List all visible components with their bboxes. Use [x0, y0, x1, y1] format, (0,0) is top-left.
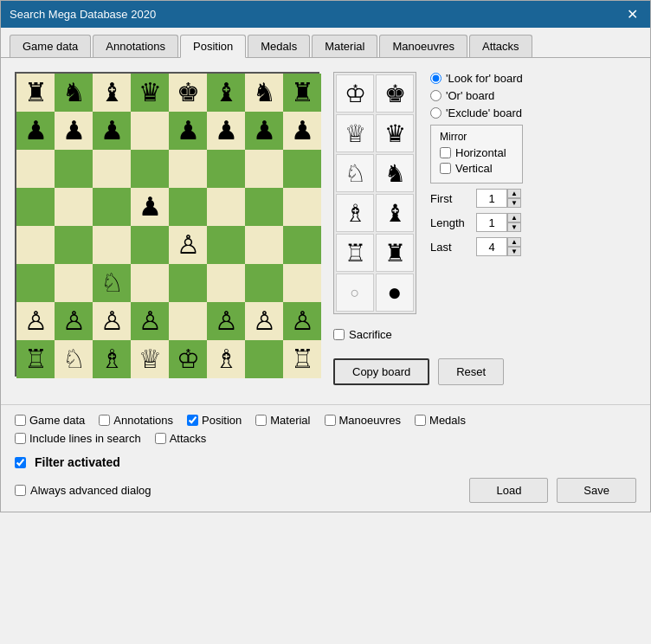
board-cell-r7-c6[interactable] [245, 340, 283, 378]
board-cell-r2-c6[interactable] [245, 150, 283, 188]
board-cell-r6-c5[interactable]: ♙ [207, 302, 245, 340]
board-cell-r0-c7[interactable]: ♜ [283, 74, 321, 112]
board-cell-r4-c2[interactable] [93, 226, 131, 264]
tab-attacks[interactable]: Attacks [469, 35, 532, 57]
board-cell-r1-c4[interactable]: ♟ [169, 112, 207, 150]
board-cell-r7-c1[interactable]: ♘ [55, 340, 93, 378]
board-cell-r5-c2[interactable]: ♘ [93, 264, 131, 302]
board-cell-r1-c6[interactable]: ♟ [245, 112, 283, 150]
board-cell-r5-c4[interactable] [169, 264, 207, 302]
save-button[interactable]: Save [557, 478, 636, 503]
board-cell-r0-c5[interactable]: ♝ [207, 74, 245, 112]
board-cell-r2-c7[interactable] [283, 150, 321, 188]
board-cell-r5-c5[interactable] [207, 264, 245, 302]
sacrifice-checkbox[interactable] [333, 329, 345, 340]
manoeuvres-check-item[interactable]: Manoeuvres [325, 414, 402, 427]
copy-board-button[interactable]: Copy board [333, 358, 429, 385]
palette-white-knight[interactable]: ♘ [336, 154, 374, 192]
board-cell-r4-c4[interactable]: ♙ [169, 226, 207, 264]
palette-black-pawn[interactable]: ● [376, 274, 414, 312]
or-board-radio[interactable] [430, 90, 442, 101]
board-cell-r1-c7[interactable]: ♟ [283, 112, 321, 150]
position-checkbox[interactable] [187, 415, 198, 426]
palette-white-queen[interactable]: ♕ [336, 114, 374, 152]
board-cell-r5-c6[interactable] [245, 264, 283, 302]
board-cell-r0-c1[interactable]: ♞ [55, 74, 93, 112]
include-lines-check-item[interactable]: Include lines in search [15, 432, 141, 445]
palette-white-bishop[interactable]: ♗ [336, 194, 374, 232]
tab-material[interactable]: Material [312, 35, 377, 57]
board-cell-r0-c4[interactable]: ♚ [169, 74, 207, 112]
length-down-button[interactable]: ▼ [507, 222, 521, 232]
palette-black-king[interactable]: ♚ [376, 74, 414, 113]
board-cell-r3-c0[interactable] [16, 188, 55, 226]
first-up-button[interactable]: ▲ [507, 189, 521, 198]
include-lines-checkbox[interactable] [15, 433, 26, 444]
board-cell-r6-c7[interactable]: ♙ [283, 302, 321, 340]
tab-manoeuvres[interactable]: Manoeuvres [379, 35, 467, 57]
filter-activated-checkbox[interactable] [15, 457, 26, 468]
game-data-checkbox[interactable] [15, 415, 26, 426]
board-cell-r4-c1[interactable] [55, 226, 93, 264]
always-advanced-checkbox[interactable] [15, 485, 26, 496]
tab-medals[interactable]: Medals [248, 35, 310, 57]
board-cell-r7-c0[interactable]: ♖ [16, 340, 55, 378]
look-for-board-option[interactable]: 'Look for' board [430, 72, 523, 85]
board-cell-r6-c1[interactable]: ♙ [55, 302, 93, 340]
annotations-checkbox[interactable] [99, 415, 110, 426]
medals-check-item[interactable]: Medals [415, 414, 466, 427]
last-down-button[interactable]: ▼ [507, 247, 521, 256]
medals-checkbox[interactable] [415, 415, 426, 426]
board-cell-r0-c3[interactable]: ♛ [131, 74, 169, 112]
board-cell-r6-c3[interactable]: ♙ [131, 302, 169, 340]
last-value[interactable] [476, 237, 507, 256]
material-check-item[interactable]: Material [255, 414, 310, 427]
board-cell-r2-c3[interactable] [131, 150, 169, 188]
board-cell-r7-c4[interactable]: ♔ [169, 340, 207, 378]
palette-white-king[interactable]: ♔ [336, 74, 374, 113]
board-cell-r6-c6[interactable]: ♙ [245, 302, 283, 340]
first-down-button[interactable]: ▼ [507, 198, 521, 208]
attacks-checkbox[interactable] [155, 433, 166, 444]
tab-position[interactable]: Position [180, 35, 246, 58]
palette-black-rook[interactable]: ♜ [376, 234, 414, 272]
board-cell-r4-c5[interactable] [207, 226, 245, 264]
board-cell-r2-c2[interactable] [93, 150, 131, 188]
board-cell-r2-c0[interactable] [16, 150, 55, 188]
palette-black-queen[interactable]: ♛ [376, 114, 414, 152]
board-cell-r7-c2[interactable]: ♗ [93, 340, 131, 378]
palette-black-bishop[interactable]: ♝ [376, 194, 414, 232]
exclude-board-option[interactable]: 'Exclude' board [430, 106, 523, 119]
board-cell-r3-c5[interactable] [207, 188, 245, 226]
board-cell-r6-c0[interactable]: ♙ [16, 302, 55, 340]
vertical-mirror-option[interactable]: Vertical [440, 162, 513, 175]
board-cell-r0-c0[interactable]: ♜ [16, 74, 55, 112]
chess-board[interactable]: ♜♞♝♛♚♝♞♜♟♟♟♟♟♟♟♟♙♘♙♙♙♙♙♙♙♖♘♗♕♔♗♖ [15, 72, 319, 377]
attacks-check-item[interactable]: Attacks [155, 432, 207, 445]
board-cell-r0-c6[interactable]: ♞ [245, 74, 283, 112]
board-cell-r5-c7[interactable] [283, 264, 321, 302]
board-cell-r1-c3[interactable] [131, 112, 169, 150]
board-cell-r3-c2[interactable] [93, 188, 131, 226]
board-cell-r3-c4[interactable] [169, 188, 207, 226]
board-cell-r1-c5[interactable]: ♟ [207, 112, 245, 150]
board-cell-r1-c0[interactable]: ♟ [16, 112, 55, 150]
board-cell-r3-c6[interactable] [245, 188, 283, 226]
exclude-board-radio[interactable] [430, 107, 442, 119]
length-up-button[interactable]: ▲ [507, 213, 521, 222]
board-cell-r3-c7[interactable] [283, 188, 321, 226]
horizontal-mirror-option[interactable]: Horizontal [440, 146, 513, 159]
annotations-check-item[interactable]: Annotations [99, 414, 173, 427]
board-cell-r4-c6[interactable] [245, 226, 283, 264]
board-cell-r6-c2[interactable]: ♙ [93, 302, 131, 340]
last-up-button[interactable]: ▲ [507, 237, 521, 247]
board-cell-r4-c7[interactable] [283, 226, 321, 264]
palette-black-knight[interactable]: ♞ [376, 154, 414, 192]
board-cell-r5-c3[interactable] [131, 264, 169, 302]
board-cell-r2-c5[interactable] [207, 150, 245, 188]
palette-white-rook[interactable]: ♖ [336, 234, 374, 272]
material-checkbox[interactable] [255, 415, 267, 426]
board-cell-r6-c4[interactable] [169, 302, 207, 340]
board-cell-r3-c3[interactable]: ♟ [131, 188, 169, 226]
board-cell-r7-c5[interactable]: ♗ [207, 340, 245, 378]
